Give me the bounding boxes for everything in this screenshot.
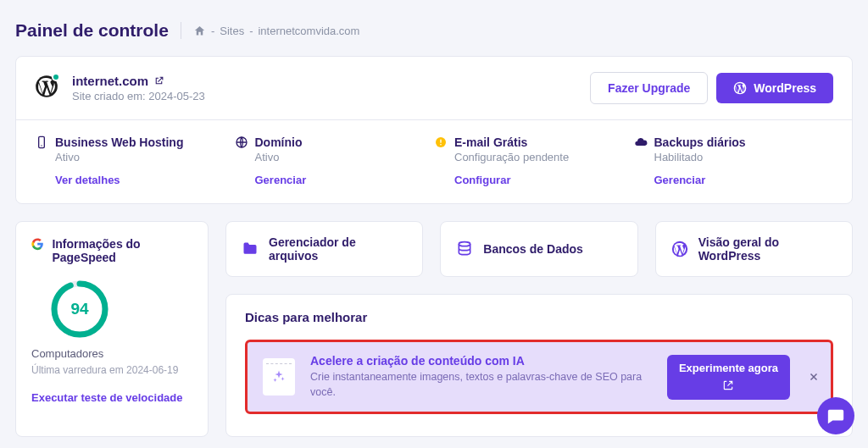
pagespeed-device: Computadores	[31, 347, 192, 360]
tool-databases[interactable]: Bancos de Dados	[440, 221, 637, 277]
status-sub: Ativo	[255, 151, 435, 163]
divider	[181, 22, 181, 39]
pagespeed-scan: Última varredura em 2024-06-19	[31, 363, 192, 378]
external-link-icon[interactable]	[153, 75, 164, 86]
page-title: Painel de controle	[15, 20, 169, 41]
close-icon[interactable]	[808, 371, 820, 383]
wordpress-icon	[671, 241, 688, 257]
tip-desc: Crie instantaneamente imagens, textos e …	[310, 370, 652, 400]
status-domain: Domínio Ativo Gerenciar	[235, 136, 435, 186]
status-sub: Habilitado	[654, 151, 834, 163]
status-link-details[interactable]: Ver detalhes	[55, 174, 235, 186]
site-name: internet.com	[72, 74, 148, 88]
pagespeed-gauge: 94	[50, 279, 109, 339]
breadcrumb-sep: -	[249, 25, 253, 37]
site-card: internet.com Site criado em: 2024-05-23 …	[15, 56, 853, 204]
wordpress-badge	[35, 75, 58, 102]
tool-file-manager[interactable]: Gerenciador de arquivos	[225, 221, 423, 277]
breadcrumb-domain[interactable]: internetcomvida.com	[258, 25, 359, 37]
site-created: Site criado em: 2024-05-23	[72, 90, 205, 102]
globe-icon	[235, 136, 248, 149]
pagespeed-run-test[interactable]: Executar teste de velocidade	[31, 391, 192, 404]
cloud-icon	[634, 136, 648, 149]
svg-rect-6	[440, 140, 441, 143]
status-sub: Configuração pendente	[454, 151, 634, 163]
wordpress-icon	[733, 81, 747, 95]
wordpress-button[interactable]: WordPress	[716, 73, 833, 103]
status-email: E-mail Grátis Configuração pendente Conf…	[434, 136, 634, 186]
google-icon	[31, 237, 43, 251]
tips-card: Dicas para melhorar Acelere a criação de…	[225, 294, 853, 437]
tool-wordpress-overview[interactable]: Visão geral do WordPress	[655, 221, 853, 277]
breadcrumb[interactable]: - Sites - internetcomvida.com	[193, 25, 360, 37]
status-hosting: Business Web Hosting Ativo Ver detalhes	[35, 136, 235, 186]
device-icon	[35, 136, 48, 149]
svg-point-10	[459, 242, 470, 246]
chat-button[interactable]	[817, 397, 854, 434]
svg-rect-7	[440, 144, 441, 145]
status-backups: Backups diários Habilitado Gerenciar	[634, 136, 834, 186]
tips-section-title: Dicas para melhorar	[245, 310, 833, 324]
status-sub: Ativo	[55, 151, 235, 163]
svg-point-3	[41, 145, 42, 146]
sparkle-icon	[263, 358, 295, 395]
folder-icon	[242, 241, 259, 257]
status-link-manage[interactable]: Gerenciar	[654, 174, 834, 186]
status-link-configure[interactable]: Configurar	[454, 174, 634, 186]
breadcrumb-sep: -	[211, 25, 214, 37]
warning-icon	[434, 136, 448, 149]
try-now-button[interactable]: Experimente agora	[667, 355, 790, 400]
home-icon	[193, 25, 206, 37]
pagespeed-card: Informações do PageSpeed 94 Computadores…	[15, 221, 209, 437]
breadcrumb-sites[interactable]: Sites	[220, 25, 244, 37]
svg-point-9	[54, 284, 105, 335]
status-link-manage[interactable]: Gerenciar	[255, 174, 435, 186]
tip-banner: Acelere a criação de conteúdo com IA Cri…	[245, 340, 833, 414]
external-link-icon	[722, 379, 734, 391]
tip-title: Acelere a criação de conteúdo com IA	[310, 354, 652, 368]
status-dot-icon	[52, 73, 60, 81]
svg-rect-2	[39, 136, 45, 147]
chat-icon	[826, 407, 845, 425]
database-icon	[456, 241, 473, 257]
upgrade-button[interactable]: Fazer Upgrade	[590, 72, 708, 104]
